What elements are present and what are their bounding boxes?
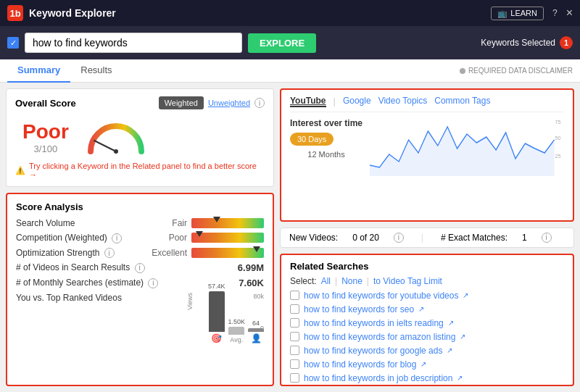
related-link-2[interactable]: how to find keywords in ielts reading: [304, 318, 444, 328]
metric-row-optimization: Optimization Strength i Excellent: [16, 248, 264, 259]
external-icon-1: ↗: [418, 305, 424, 313]
svg-line-0: [94, 141, 116, 151]
learn-label: LEARN: [510, 9, 537, 17]
select-tag-limit-link[interactable]: to Video Tag Limit: [373, 276, 442, 286]
select-checkbox[interactable]: ✓: [7, 37, 19, 49]
time-12months-button[interactable]: 12 Months: [290, 149, 362, 160]
platform-tab-youtube[interactable]: YouTube: [290, 96, 326, 107]
overall-score-title: Overall Score: [15, 98, 76, 109]
platform-tab-google[interactable]: Google: [343, 96, 371, 107]
score-number: 3/100: [22, 143, 69, 154]
related-link-6[interactable]: how to find keywords in job description: [304, 373, 452, 383]
new-videos-info-icon[interactable]: i: [394, 233, 404, 243]
related-item: how to find keywords for seo ↗: [290, 304, 564, 314]
line-chart-area: 75 50 25: [370, 118, 564, 178]
search-volume-rating: Fair: [147, 218, 187, 228]
platform-tabs: YouTube | Google Video Topics Common Tag…: [290, 96, 564, 112]
related-item: how to find keywords for youtube videos …: [290, 291, 564, 301]
bar2-value: 1.50K: [228, 318, 245, 325]
tab-summary[interactable]: Summary: [7, 59, 70, 83]
disclaimer-text: REQUIRED DATA DISCLAIMER: [468, 67, 573, 75]
interest-title: Interest over time: [290, 118, 362, 128]
left-panel: Overall Score Weighted Unweighted i Poor…: [6, 88, 274, 386]
search-volume-pointer: [213, 217, 220, 222]
select-none-link[interactable]: None: [341, 276, 362, 286]
svg-text:50: 50: [555, 135, 561, 141]
related-link-3[interactable]: how to find keywords for amazon listing: [304, 332, 455, 342]
monthly-info-icon[interactable]: i: [148, 278, 158, 288]
interest-box: YouTube | Google Video Topics Common Tag…: [280, 88, 574, 222]
video-results-info-icon[interactable]: i: [135, 263, 145, 273]
related-checkbox-6[interactable]: [290, 373, 299, 383]
zero-val-label: 0: [260, 325, 264, 332]
title-bar: 1b Keyword Explorer 📺 LEARN ? ×: [0, 0, 580, 26]
warning-text: Try clicking a Keyword in the Related pa…: [29, 162, 265, 179]
views-chart-area: Views 80k 0 57.4K 🎯 1.50K: [208, 293, 264, 343]
optimization-info-icon[interactable]: i: [104, 248, 115, 258]
related-item: how to find keywords for amazon listing …: [290, 332, 564, 342]
related-link-0[interactable]: how to find keywords for youtube videos: [304, 291, 458, 301]
external-icon-4: ↗: [447, 346, 452, 354]
score-toggle: Weighted Unweighted i: [159, 96, 265, 109]
related-searches-box: Related Searches Select: All | None | to…: [280, 254, 574, 387]
help-icon[interactable]: ?: [552, 8, 558, 18]
keywords-selected-label: Keywords Selected: [481, 38, 555, 48]
time-30days-button[interactable]: 30 Days: [290, 133, 334, 146]
new-videos-value: 0 of 20: [352, 233, 379, 243]
score-info-icon[interactable]: i: [254, 98, 265, 108]
score-header: Overall Score Weighted Unweighted i: [15, 96, 265, 109]
warning-icon: ⚠️: [15, 166, 25, 175]
related-checkbox-4[interactable]: [290, 346, 299, 355]
close-icon[interactable]: ×: [566, 7, 573, 20]
metric-row-search-volume: Search Volume Fair: [16, 218, 264, 228]
score-gauge: [83, 119, 149, 155]
explore-button[interactable]: EXPLORE: [248, 33, 316, 53]
platform-tab-video-topics[interactable]: Video Topics: [378, 96, 428, 107]
exact-matches-info-icon[interactable]: i: [542, 233, 552, 243]
bar1: [209, 291, 225, 332]
max-val-label: 80k: [253, 293, 264, 300]
external-icon-5: ↗: [420, 360, 426, 368]
search-bar: ✓ EXPLORE Keywords Selected 1: [0, 26, 580, 59]
title-bar-right: 📺 LEARN ? ×: [491, 7, 573, 20]
related-link-1[interactable]: how to find keywords for seo: [304, 304, 414, 314]
search-volume-bar: [191, 218, 264, 228]
learn-icon: 📺: [497, 9, 508, 18]
tab-results[interactable]: Results: [70, 59, 122, 83]
related-checkbox-3[interactable]: [290, 332, 299, 341]
disclaimer-dot: [460, 68, 465, 74]
avg-label: Avg.: [230, 336, 243, 343]
score-warning: ⚠️ Try clicking a Keyword in the Related…: [15, 162, 265, 179]
related-select-row: Select: All | None | to Video Tag Limit: [290, 276, 564, 286]
competition-rating: Poor: [147, 233, 187, 243]
analysis-title: Score Analysis: [16, 201, 264, 212]
keywords-selected: Keywords Selected 1: [481, 36, 573, 49]
platform-tab-common-tags[interactable]: Common Tags: [434, 96, 490, 107]
app-title: Keyword Explorer: [29, 7, 116, 19]
score-poor-label: Poor: [22, 120, 69, 143]
learn-button[interactable]: 📺 LEARN: [491, 7, 544, 20]
related-checkbox-0[interactable]: [290, 291, 299, 300]
app-logo: 1b: [7, 5, 23, 21]
related-item: how to find keywords in ielts reading ↗: [290, 318, 564, 328]
related-link-5[interactable]: how to find keywords for blog: [304, 359, 416, 370]
unweighted-button[interactable]: Unweighted: [208, 99, 250, 107]
competition-info-icon[interactable]: i: [112, 233, 122, 243]
related-checkbox-2[interactable]: [290, 318, 299, 328]
overall-score-box: Overall Score Weighted Unweighted i Poor…: [6, 88, 274, 187]
views-y-label: Views: [186, 293, 194, 310]
weighted-button[interactable]: Weighted: [159, 96, 204, 109]
time-selectors: 30 Days 12 Months: [290, 133, 362, 160]
search-input[interactable]: [25, 33, 242, 53]
bar2: [228, 327, 244, 335]
related-checkbox-5[interactable]: [290, 359, 299, 369]
related-checkbox-1[interactable]: [290, 304, 299, 314]
interest-content: Interest over time 30 Days 12 Months 75 …: [290, 118, 564, 178]
metric-row-video-results: # of Videos in Search Results i 6.99M: [16, 262, 264, 273]
new-videos-label: New Videos:: [289, 233, 338, 243]
select-all-link[interactable]: All: [321, 276, 331, 286]
disclaimer: REQUIRED DATA DISCLAIMER: [460, 67, 573, 75]
bar3-value: 64: [252, 320, 260, 327]
related-link-4[interactable]: how to find keywords for google ads: [304, 346, 442, 356]
monthly-searches-label: # of Monthly Searches (estimate) i: [16, 278, 239, 288]
